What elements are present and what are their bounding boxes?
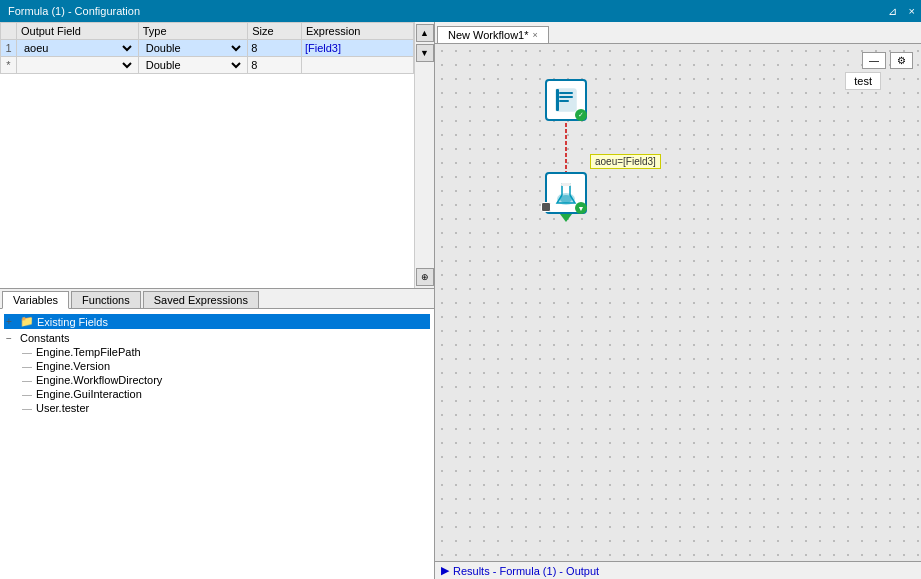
leaf-dash-2: — [22, 361, 36, 372]
col-header-expression: Expression [301, 23, 413, 40]
svg-rect-2 [559, 96, 573, 98]
expand-icon-fields: + [6, 316, 20, 327]
formula-label-badge: aoeu=[Field3] [590, 154, 661, 169]
list-item[interactable]: — Engine.GuiInteraction [20, 387, 430, 401]
table-area: Output Field Type Size Expression 1 aoeu [0, 22, 434, 289]
constants-label: Constants [20, 332, 70, 344]
settings-canvas-button[interactable]: ⚙ [890, 52, 913, 69]
workflow-tab-close[interactable]: × [533, 30, 538, 40]
leaf-dash-5: — [22, 403, 36, 414]
tab-saved-expressions[interactable]: Saved Expressions [143, 291, 259, 308]
test-label[interactable]: test [845, 72, 881, 90]
svg-rect-1 [559, 92, 573, 94]
node-formula[interactable]: aoeu=[Field3] ▼ [545, 172, 587, 214]
list-item[interactable]: — User.tester [20, 401, 430, 415]
connector-svg [435, 44, 921, 561]
field-select-new[interactable] [20, 58, 135, 72]
workflow-tab-label: New Workflow1* [448, 29, 529, 41]
constants-node: − Constants — Engine.TempFilePath — Engi… [4, 330, 430, 416]
tree-view: + 📁 Existing Fields − Constants [0, 309, 434, 579]
table-row: 1 aoeu Double 8 [1, 40, 414, 57]
workflow-tabs-bar: New Workflow1* × [435, 22, 921, 44]
field-cell-new [17, 57, 139, 74]
leaf-label-2: Engine.Version [36, 360, 110, 372]
field-cell-1: aoeu [17, 40, 139, 57]
collapse-canvas-button[interactable]: — [862, 52, 886, 69]
leaf-dash-3: — [22, 375, 36, 386]
svg-point-7 [560, 195, 572, 203]
svg-rect-4 [556, 89, 559, 111]
expand-icon-constants: − [6, 333, 20, 344]
tab-functions[interactable]: Functions [71, 291, 141, 308]
list-item[interactable]: — Engine.WorkflowDirectory [20, 373, 430, 387]
results-bar: ▶ Results - Formula (1) - Output [435, 561, 921, 579]
close-title-button[interactable]: × [903, 0, 921, 22]
pin-button[interactable]: ⊿ [882, 0, 903, 22]
format-button[interactable]: ⊕ [416, 268, 434, 286]
title-bar: Formula (1) - Configuration ⊿ × [0, 0, 921, 22]
node-formula-icon[interactable]: ▼ [545, 172, 587, 214]
type-select-1[interactable]: Double [142, 41, 245, 55]
row-num-new: * [1, 57, 17, 74]
existing-fields-node: + 📁 Existing Fields [4, 313, 430, 330]
leaf-dash-1: — [22, 347, 36, 358]
list-item[interactable]: — Engine.TempFilePath [20, 345, 430, 359]
type-cell-new: Double [138, 57, 248, 74]
col-header-num [1, 23, 17, 40]
leaf-label-1: Engine.TempFilePath [36, 346, 141, 358]
leaf-label-3: Engine.WorkflowDirectory [36, 374, 162, 386]
leaf-dash-4: — [22, 389, 36, 400]
existing-fields-label: Existing Fields [37, 316, 108, 328]
size-cell-1: 8 [248, 40, 302, 57]
node-formula-output [560, 214, 572, 222]
node-formula-port-left [541, 202, 551, 212]
title-bar-text: Formula (1) - Configuration [0, 5, 882, 17]
svg-rect-8 [561, 183, 571, 186]
svg-rect-3 [559, 100, 569, 102]
move-up-button[interactable]: ▲ [416, 24, 434, 42]
field-select-1[interactable]: aoeu [20, 41, 135, 55]
node-formula-badge: ▼ [575, 202, 587, 214]
table-toolbar: ▲ ▼ ⊕ [414, 22, 434, 288]
tabs-bar: Variables Functions Saved Expressions [0, 289, 434, 309]
formula-table: Output Field Type Size Expression 1 aoeu [0, 22, 414, 74]
constants-children: — Engine.TempFilePath — Engine.Version —… [4, 345, 430, 415]
right-panel: New Workflow1* × — ⚙ test [435, 22, 921, 579]
existing-fields-row[interactable]: + 📁 Existing Fields [4, 314, 430, 329]
expression-cell-1[interactable]: [Field3] [301, 40, 413, 57]
workflow-tab-active[interactable]: New Workflow1* × [437, 26, 549, 43]
leaf-label-5: User.tester [36, 402, 89, 414]
results-label[interactable]: Results - Formula (1) - Output [453, 565, 599, 577]
col-header-output-field: Output Field [17, 23, 139, 40]
results-sep: ▶ [441, 564, 449, 577]
bottom-panel: Variables Functions Saved Expressions + [0, 289, 434, 579]
node-input[interactable]: ✓ [545, 79, 587, 121]
workflow-canvas[interactable]: — ⚙ test [435, 44, 921, 561]
col-header-size: Size [248, 23, 302, 40]
row-num-1: 1 [1, 40, 17, 57]
tab-variables[interactable]: Variables [2, 291, 69, 309]
move-down-button[interactable]: ▼ [416, 44, 434, 62]
leaf-label-4: Engine.GuiInteraction [36, 388, 142, 400]
size-cell-new: 8 [248, 57, 302, 74]
node-input-icon[interactable]: ✓ [545, 79, 587, 121]
node-input-badge: ✓ [575, 109, 587, 121]
folder-icon-fields: 📁 [20, 315, 34, 328]
expression-cell-new [301, 57, 413, 74]
table-row: * Double 8 [1, 57, 414, 74]
left-panel: Output Field Type Size Expression 1 aoeu [0, 22, 435, 579]
col-header-type: Type [138, 23, 248, 40]
type-select-new[interactable]: Double [142, 58, 245, 72]
canvas-toolbar: — ⚙ [862, 52, 913, 69]
list-item[interactable]: — Engine.Version [20, 359, 430, 373]
type-cell-1: Double [138, 40, 248, 57]
constants-row[interactable]: − Constants [4, 331, 430, 345]
